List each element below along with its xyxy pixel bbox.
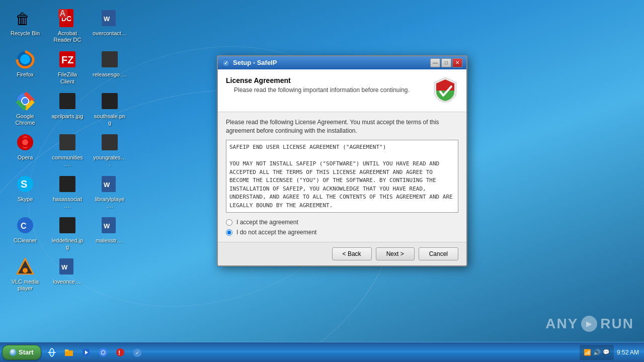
anyrun-run-text: RUN [600, 316, 634, 332]
desktop-icon-label: VLC media player [8, 279, 42, 292]
desktop-icon-label: CCleaner [14, 237, 37, 244]
desktop-icon-label: FileZilla Client [50, 71, 85, 84]
dialog-titlebar: ✓ Setup - SafeIP — □ ✕ [218, 56, 466, 69]
svg-rect-22 [102, 134, 118, 150]
desktop-icon-label: Opera [18, 154, 33, 161]
taskbar-media-icon[interactable] [78, 345, 94, 360]
desktop-icon-opera[interactable]: Opera [6, 130, 44, 169]
dialog-footer: < Back Next > Cancel [218, 242, 466, 265]
tray-action-center-icon: 💬 [603, 349, 610, 355]
desktop-icon-label: communities…. [50, 154, 85, 167]
libraryplaye-icon: W [100, 174, 120, 194]
desktop-icon-southsale[interactable]: southsale.png [91, 89, 129, 128]
restore-button[interactable]: □ [441, 58, 451, 67]
taskbar: Start [0, 342, 644, 362]
acrobat-icon: DC A [57, 8, 77, 28]
desktop-icon-firefox[interactable]: Firefox [6, 47, 44, 86]
desktop-icon-label: overcontact… [93, 30, 127, 37]
desktop-icon-loveonce[interactable]: W loveonce…. [48, 254, 87, 294]
svg-point-50 [116, 348, 124, 356]
accept-radio[interactable] [226, 219, 232, 226]
svg-text:C: C [21, 222, 27, 230]
close-button[interactable]: ✕ [452, 58, 462, 67]
desktop-icon-recycle-bin[interactable]: 🗑 Recycle Bin [6, 6, 44, 45]
setup-dialog: ✓ Setup - SafeIP — □ ✕ License Agreement… [217, 55, 467, 267]
desktop-icon-label: librarylplaye…. [93, 196, 127, 209]
svg-point-35 [23, 268, 28, 273]
southsale-icon [100, 91, 120, 111]
desktop-icon-label: southsale.png [93, 113, 127, 126]
tray-network-icon: 📶 [584, 349, 591, 356]
desktop-icon-filezilla[interactable]: FZ FileZilla Client [48, 47, 87, 86]
desktop-icon-releasesgo[interactable]: releasesgo…. [91, 47, 129, 86]
accept-radio-text: I accept the agreement [236, 219, 298, 226]
system-clock[interactable]: 9:52 AM [617, 349, 639, 356]
start-orb [10, 349, 17, 356]
desktop-icon-label: aprilparts.jpg [52, 113, 84, 120]
start-button[interactable]: Start [2, 345, 41, 360]
desktop-icon-communities[interactable]: communities…. [48, 130, 87, 169]
taskbar-chrome-taskbar-icon[interactable] [96, 345, 111, 360]
desktop-icon-libraryplaye[interactable]: W librarylplaye…. [91, 172, 129, 211]
dialog-header-sub: Please read the following important info… [234, 86, 410, 94]
desktop-icon-acrobat[interactable]: DC A Acrobat Reader DC [48, 6, 87, 45]
desktop-icon-ccleaner[interactable]: C CCleaner [6, 213, 44, 252]
svg-text:🗑: 🗑 [15, 11, 30, 27]
loveonce-icon: W [57, 256, 77, 277]
radio-group: I accept the agreement I do not accept t… [226, 219, 458, 236]
svg-text:!: ! [118, 349, 120, 356]
start-label: Start [19, 348, 34, 356]
license-text: SAFEIP END USER LICENSE AGREEMENT ("AGRE… [229, 143, 455, 213]
desktop-icon-aprilparts[interactable]: aprilparts.jpg [48, 89, 87, 128]
taskbar-safeip-taskbar-icon[interactable]: ✓ [130, 345, 145, 360]
svg-text:✓: ✓ [135, 350, 139, 355]
license-text-area[interactable]: SAFEIP END USER LICENSE AGREEMENT ("AGRE… [226, 140, 458, 213]
dialog-body: Please read the following License Agreem… [218, 112, 466, 242]
overcontact-icon: W [100, 8, 120, 28]
vlc-icon [15, 256, 35, 277]
desktop-icon-leddefined[interactable]: leddefined.jpg [48, 213, 87, 252]
taskbar-ie-icon[interactable] [44, 345, 59, 360]
safeip-logo [432, 76, 458, 105]
youngrates-icon [100, 132, 120, 152]
cancel-button[interactable]: Cancel [419, 247, 458, 260]
desktop-icon-label: Acrobat Reader DC [50, 30, 85, 43]
dialog-header-title: License Agreement [226, 76, 410, 84]
dialog-description: Please read the following License Agreem… [226, 118, 458, 135]
next-button[interactable]: Next > [376, 247, 415, 260]
taskbar-security-icon[interactable]: ! [113, 345, 128, 360]
svg-text:✓: ✓ [224, 60, 228, 66]
decline-radio[interactable] [226, 229, 232, 236]
dialog-controls: — □ ✕ [430, 58, 462, 67]
recycle-bin-icon: 🗑 [15, 8, 35, 28]
svg-rect-44 [65, 349, 68, 351]
svg-rect-21 [59, 134, 75, 150]
communities-icon [57, 132, 77, 152]
minimize-button[interactable]: — [430, 58, 440, 67]
skype-icon: S [15, 174, 35, 194]
desktop-icon-label: youngrates…. [93, 154, 127, 167]
chrome-icon [15, 91, 35, 111]
desktop-icon-overcontact[interactable]: W overcontact… [91, 6, 129, 45]
svg-rect-11 [102, 51, 118, 67]
desktop-icon-label: hasassociat…. [50, 196, 85, 209]
desktop-icon-youngrates[interactable]: youngrates…. [91, 130, 129, 169]
dialog-header: License Agreement Please read the follow… [218, 69, 466, 112]
svg-point-8 [20, 54, 30, 64]
desktop-icon-malesstr[interactable]: W malesstr…. [91, 213, 129, 252]
decline-radio-label[interactable]: I do not accept the agreement [226, 229, 458, 236]
taskbar-folder-icon[interactable] [61, 345, 76, 360]
system-tray: 📶 🔊 💬 [580, 345, 614, 360]
desktop-icon-label: Google Chrome [8, 113, 42, 126]
desktop-icon-vlc[interactable]: VLC media player [6, 254, 44, 294]
svg-text:FZ: FZ [61, 54, 73, 65]
anyrun-any-text: ANY [545, 316, 578, 332]
svg-text:W: W [61, 263, 68, 271]
accept-radio-label[interactable]: I accept the agreement [226, 219, 458, 226]
desktop-icon-label: Firefox [17, 71, 34, 78]
hasassociat-icon [57, 174, 77, 194]
desktop-icon-skype[interactable]: S Skype [6, 172, 44, 211]
desktop-icon-chrome[interactable]: Google Chrome [6, 89, 44, 128]
back-button[interactable]: < Back [332, 247, 372, 260]
desktop-icon-hasassociat[interactable]: hasassociat…. [48, 172, 87, 211]
